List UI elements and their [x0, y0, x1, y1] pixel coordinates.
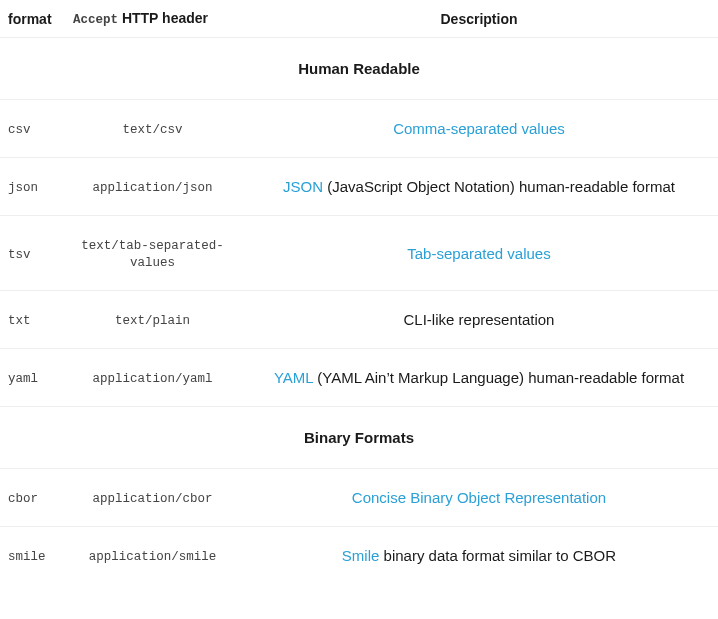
accept-txt: text/plain — [115, 314, 190, 328]
row-yaml: yaml application/yaml YAML (YAML Ain’t M… — [0, 349, 718, 407]
accept-smile: application/smile — [89, 550, 217, 564]
format-cbor: cbor — [8, 492, 38, 506]
header-accept-suffix: HTTP header — [118, 10, 208, 26]
accept-csv: text/csv — [122, 123, 182, 137]
desc-smile-suffix: binary data format similar to CBOR — [379, 547, 616, 564]
desc-smile-link[interactable]: Smile — [342, 547, 380, 564]
section-human-readable-label: Human Readable — [0, 38, 718, 100]
header-accept: Accept HTTP header — [65, 0, 240, 38]
desc-tsv-link[interactable]: Tab-separated values — [407, 245, 550, 262]
section-binary-formats-label: Binary Formats — [0, 407, 718, 469]
header-format: format — [0, 0, 65, 38]
desc-csv-link[interactable]: Comma-separated values — [393, 120, 565, 137]
row-tsv: tsv text/tab-separated-values Tab-separa… — [0, 216, 718, 291]
desc-yaml-link[interactable]: YAML — [274, 369, 313, 386]
accept-cbor: application/cbor — [92, 492, 212, 506]
section-binary-formats: Binary Formats — [0, 407, 718, 469]
row-csv: csv text/csv Comma-separated values — [0, 100, 718, 158]
format-csv: csv — [8, 123, 31, 137]
formats-table: format Accept HTTP header Description Hu… — [0, 0, 718, 584]
header-accept-code: Accept — [73, 13, 118, 27]
format-tsv: tsv — [8, 248, 31, 262]
table-header-row: format Accept HTTP header Description — [0, 0, 718, 38]
format-json: json — [8, 181, 38, 195]
row-smile: smile application/smile Smile binary dat… — [0, 527, 718, 585]
row-txt: txt text/plain CLI-like representation — [0, 291, 718, 349]
format-yaml: yaml — [8, 372, 38, 386]
accept-json: application/json — [92, 181, 212, 195]
section-human-readable: Human Readable — [0, 38, 718, 100]
format-smile: smile — [8, 550, 46, 564]
row-cbor: cbor application/cbor Concise Binary Obj… — [0, 469, 718, 527]
desc-yaml-suffix: (YAML Ain’t Markup Language) human-reada… — [313, 369, 684, 386]
desc-json-suffix: (JavaScript Object Notation) human-reada… — [323, 178, 675, 195]
desc-cbor-link[interactable]: Concise Binary Object Representation — [352, 489, 606, 506]
accept-tsv: text/tab-separated-values — [81, 239, 224, 270]
format-txt: txt — [8, 314, 31, 328]
desc-txt-text: CLI-like representation — [404, 311, 555, 328]
header-description: Description — [240, 0, 718, 38]
desc-json-link[interactable]: JSON — [283, 178, 323, 195]
accept-yaml: application/yaml — [92, 372, 212, 386]
row-json: json application/json JSON (JavaScript O… — [0, 158, 718, 216]
